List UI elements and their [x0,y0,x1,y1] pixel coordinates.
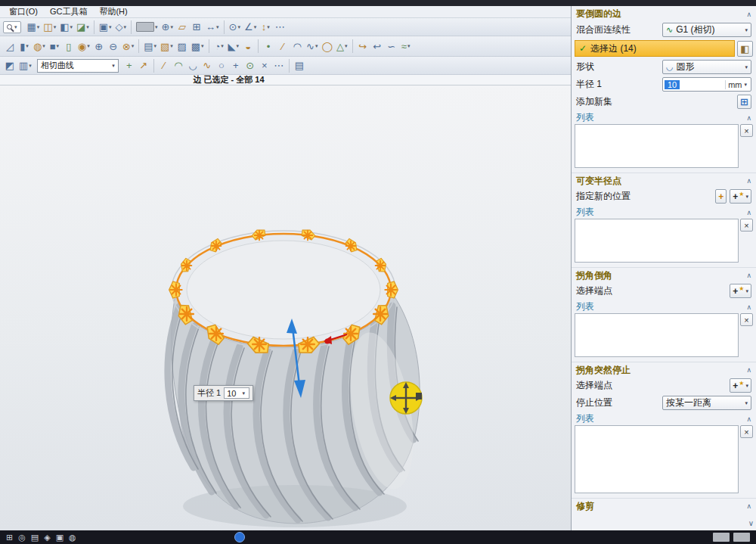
solid-body-select-button[interactable]: ◧ [737,41,753,57]
shaded-view-icon[interactable]: ▣▾ [98,20,113,35]
section-edges-to-blend[interactable]: 要倒圆的边 ∧ [572,6,756,21]
measure-angle-icon[interactable]: ∠▾ [243,20,258,35]
cross-tool-icon[interactable]: × [258,58,271,73]
collapse-icon[interactable]: ∧ [746,303,751,311]
edge-blend-icon[interactable]: ◔▾ [212,39,226,54]
bridge-curve-icon[interactable]: ↪ [356,39,370,54]
shell-icon[interactable]: ◒ [241,39,255,54]
section-trim[interactable]: 修剪 ∧ [572,498,756,513]
intersection-curve-icon[interactable]: ≈▾ [399,39,413,54]
add-new-set-button[interactable]: ⊞ [737,95,751,109]
tray-item[interactable] [733,533,750,542]
concentric-tool-icon[interactable]: ⊙ [243,58,257,73]
view-orientation-icon[interactable]: ◧▾ [58,20,74,35]
corner-stop-list-header[interactable]: 列表 ∧ [572,412,756,425]
endpoint-picker-button[interactable]: + ★ ▾ [730,284,751,298]
menu-gc-toolbox[interactable]: GC工具箱 [44,6,94,17]
project-curve-icon[interactable]: ∽ [385,39,398,54]
endpoint-picker-button[interactable]: + ★ ▾ [730,378,751,393]
sheet-icon[interactable]: ▤ [293,58,306,73]
start-icon[interactable]: ⊞ [6,533,13,542]
onscreen-radius-input[interactable]: 半径 1 10 ▾ [194,385,253,401]
more-commands-icon[interactable]: ⋯ [273,20,287,35]
corner-fillet-list-box[interactable] [575,313,739,357]
line-icon[interactable]: ∕ [276,39,290,54]
line-tool-icon[interactable]: ∕ [157,58,171,73]
studio-spline-icon[interactable]: ∿▾ [305,39,319,54]
chamfer-icon[interactable]: ◣▾ [227,39,241,54]
polygon-icon[interactable]: △▾ [335,39,349,54]
browser-icon[interactable]: ◈ [44,533,50,542]
remove-list-item-button[interactable]: × [740,124,753,137]
remove-list-item-button[interactable]: × [740,425,753,438]
section-corner-fillet[interactable]: 拐角倒角 ∧ [572,267,756,282]
edges-list-box[interactable] [575,124,739,168]
hole-icon[interactable]: ◉▾ [76,39,91,54]
more-tools-icon[interactable]: ⋯ [272,58,286,73]
offset-curve-icon[interactable]: ↩ [370,39,384,54]
section-variable-radius[interactable]: 可变半径点 ∧ [572,173,756,188]
through-curves-icon[interactable]: ▤▾ [142,39,158,54]
select-edge-active-row[interactable]: ✓ 选择边 (14) [575,40,735,57]
remove-list-item-button[interactable]: × [740,313,753,326]
curve-rule-combo[interactable]: 相切曲线 ▾ [37,59,119,73]
media-icon[interactable]: ◍ [69,533,76,542]
explorer-icon[interactable]: ▤ [31,533,39,542]
collapse-icon[interactable]: ∧ [746,415,751,423]
point-constructor-icon[interactable]: + [122,58,136,73]
panel-scroll-down-icon[interactable]: ∨ [748,519,754,527]
collapse-icon[interactable]: ∧ [746,177,751,185]
cylinder-icon[interactable]: ▯ [62,39,76,54]
circle-icon[interactable]: ◯ [321,39,335,54]
datum-plane-icon[interactable]: ▱ [175,20,189,35]
mesh-surface-icon[interactable]: ▩▾ [190,39,206,54]
menu-help[interactable]: 帮助(H) [93,6,133,17]
tray-item[interactable] [713,533,730,542]
collapse-icon[interactable]: ∧ [746,11,751,18]
intersect-icon[interactable]: ⊗▾ [121,39,135,54]
background-color-swatch[interactable]: ▾ [135,20,160,35]
arc-tool-icon[interactable]: ◠ [172,58,185,73]
block-icon[interactable]: ■▾ [48,39,61,54]
window-layout-icon[interactable]: ◫▾ [42,20,57,35]
command-finder-search[interactable]: ▾ [3,21,21,33]
collapse-icon[interactable]: ∧ [746,114,751,122]
selection-filter-icon[interactable]: ▥▾ [17,58,33,73]
arc-icon[interactable]: ◠ [290,39,304,54]
swept-surface-icon[interactable]: ▧▾ [159,39,175,54]
menu-window[interactable]: 窗口(O) [3,6,44,17]
ruled-surface-icon[interactable]: ▨ [175,39,189,54]
section-corner-stop[interactable]: 拐角突然停止 ∧ [572,362,756,377]
collapse-icon[interactable]: ∧ [746,502,751,510]
point-icon[interactable]: • [262,39,275,54]
wireframe-view-icon[interactable]: ◇▾ [114,20,129,35]
grid-icon[interactable]: ⊞ [190,20,203,35]
circle-tool-icon[interactable]: ○ [215,58,228,73]
radius-unit-combo[interactable]: mm ▾ [725,80,749,89]
spline-tool-icon[interactable]: ∿ [200,58,214,73]
collapse-icon[interactable]: ∧ [746,366,751,374]
radius-input[interactable]: 10 mm ▾ [662,77,751,92]
extrude-icon[interactable]: ▮▾ [17,39,31,54]
app-window-icon[interactable]: ▣ [56,533,64,542]
continuity-combo[interactable]: ∿ G1 (相切) ▾ [662,23,751,37]
profile-filter-icon[interactable]: ◩ [3,58,17,73]
section-view-icon[interactable]: ◪▾ [75,20,91,35]
revolve-icon[interactable]: ◍▾ [32,39,47,54]
move-object-icon[interactable]: ↔▾ [204,20,221,35]
sketch-icon[interactable]: ◿ [3,39,17,54]
display-mode-icon[interactable]: ▦▾ [26,20,42,35]
conic-tool-icon[interactable]: ◡ [186,58,200,73]
edges-list-header[interactable]: 列表 ∧ [572,110,756,124]
chevron-down-icon[interactable]: ▾ [242,390,245,396]
snap-point-icon[interactable]: ⊙▾ [228,20,242,35]
variable-radius-list-header[interactable]: 列表 ∧ [572,205,756,219]
corner-stop-list-box[interactable] [575,425,739,493]
radius-float-field[interactable]: 10 ▾ [224,387,249,399]
subtract-icon[interactable]: ⊖ [107,39,120,54]
unite-icon[interactable]: ⊕ [92,39,106,54]
corner-fillet-list-header[interactable]: 列表 ∧ [572,300,756,313]
point-dialog-button[interactable]: + [715,189,727,204]
taskbar-active-app-indicator[interactable] [234,532,245,542]
variable-radius-list-box[interactable] [575,219,739,263]
